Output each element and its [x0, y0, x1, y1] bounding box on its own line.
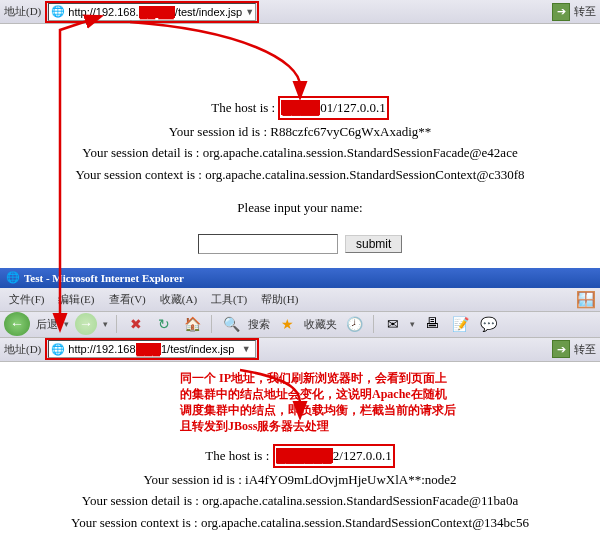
- menu-help[interactable]: 帮助(H): [256, 291, 303, 308]
- menu-tools[interactable]: 工具(T): [206, 291, 252, 308]
- menu-favorites[interactable]: 收藏(A): [155, 291, 202, 308]
- host-obscured: ████: [281, 100, 320, 115]
- history-button[interactable]: 🕗: [343, 313, 365, 335]
- back-label: 后退: [36, 317, 58, 332]
- separator: [373, 315, 374, 333]
- address-label: 地址(D): [4, 4, 41, 19]
- nav-toolbar: ← 后退 ▾ → ▾ ✖ ↻ 🏠 🔍 搜索 ★ 收藏夹 🕗 ✉ ▾ 🖶 📝 💬: [0, 312, 600, 338]
- host-label: The host is :: [211, 100, 278, 115]
- address-dropdown-icon[interactable]: ▼: [239, 344, 253, 354]
- session-context: org.apache.catalina.session.StandardSess…: [205, 167, 524, 182]
- url-text: http://192.168.██.██/test/index.jsp: [68, 6, 242, 18]
- separator: [116, 315, 117, 333]
- session-id: iA4fYO9mLdOvjmHjeUwXlA**:node2: [245, 472, 457, 487]
- back-dropdown-icon[interactable]: ▾: [64, 319, 69, 329]
- ie-icon: 🌐: [6, 271, 20, 284]
- session-context-label: Your session context is :: [75, 167, 205, 182]
- host-label: The host is :: [205, 448, 272, 463]
- refresh-button[interactable]: ↻: [153, 313, 175, 335]
- home-button[interactable]: 🏠: [181, 313, 203, 335]
- address-input[interactable]: 🌐 http://192.168███1/test/index.jsp ▼: [48, 340, 256, 358]
- input-prompt: Please input your name:: [20, 198, 580, 218]
- session-detail: org.apache.catalina.session.StandardSess…: [203, 145, 518, 160]
- address-label: 地址(D): [4, 342, 41, 357]
- name-input[interactable]: [198, 234, 338, 254]
- menu-file[interactable]: 文件(F): [4, 291, 49, 308]
- session-detail-label: Your session detail is :: [82, 145, 202, 160]
- submit-button[interactable]: submit: [345, 235, 402, 253]
- bottom-page-content: The host is : ██████2/127.0.0.1 Your ses…: [0, 436, 600, 542]
- session-detail: org.apache.catalina.session.StandardSess…: [202, 493, 518, 508]
- ie-page-icon: 🌐: [51, 5, 65, 19]
- host-suffix: 2/127.0.0.1: [333, 448, 392, 463]
- print-button[interactable]: 🖶: [421, 313, 443, 335]
- forward-button[interactable]: →: [75, 313, 97, 335]
- edit-button[interactable]: 📝: [449, 313, 471, 335]
- session-id: R88czfc67vyC6gWxAxadig**: [270, 124, 431, 139]
- annotation-text: 同一个 IP地址，我们刷新浏览器时，会看到页面上 的集群中的结点地址会变化，这说…: [0, 362, 600, 437]
- window-titlebar: 🌐 Test - Microsoft Internet Explorer: [0, 268, 600, 288]
- mail-dropdown-icon[interactable]: ▾: [410, 319, 415, 329]
- go-button[interactable]: ➔: [552, 3, 570, 21]
- ie-logo-icon: 🪟: [576, 290, 596, 309]
- menu-edit[interactable]: 编辑(E): [53, 291, 99, 308]
- menu-bar: 文件(F) 编辑(E) 查看(V) 收藏(A) 工具(T) 帮助(H) 🪟: [0, 288, 600, 312]
- top-address-bar: 地址(D) 🌐 http://192.168.██.██/test/index.…: [0, 0, 600, 24]
- window-title: Test - Microsoft Internet Explorer: [24, 272, 184, 284]
- mail-button[interactable]: ✉: [382, 313, 404, 335]
- fwd-dropdown-icon[interactable]: ▾: [103, 319, 108, 329]
- favorites-icon[interactable]: ★: [276, 313, 298, 335]
- separator: [211, 315, 212, 333]
- back-button[interactable]: ←: [4, 312, 30, 336]
- go-label: 转至: [574, 342, 596, 357]
- bottom-address-bar: 地址(D) 🌐 http://192.168███1/test/index.js…: [0, 338, 600, 362]
- discuss-button[interactable]: 💬: [477, 313, 499, 335]
- favorites-label: 收藏夹: [304, 317, 337, 332]
- host-suffix: 01/127.0.0.1: [320, 100, 385, 115]
- search-label: 搜索: [248, 317, 270, 332]
- ie-page-icon: 🌐: [51, 342, 65, 356]
- session-context: org.apache.catalina.session.StandardSess…: [201, 515, 529, 530]
- session-detail-label: Your session detail is :: [82, 493, 202, 508]
- host-obscured: ██████: [276, 448, 333, 463]
- session-context-label: Your session context is :: [71, 515, 201, 530]
- address-input[interactable]: 🌐 http://192.168.██.██/test/index.jsp ▼: [48, 3, 256, 21]
- stop-button[interactable]: ✖: [125, 313, 147, 335]
- session-id-label: Your session id is :: [143, 472, 245, 487]
- go-label: 转至: [574, 4, 596, 19]
- search-icon[interactable]: 🔍: [220, 313, 242, 335]
- go-button[interactable]: ➔: [552, 340, 570, 358]
- top-page-content: The host is : ████01/127.0.0.1 Your sess…: [0, 24, 600, 268]
- url-text: http://192.168███1/test/index.jsp: [68, 343, 236, 355]
- address-dropdown-icon[interactable]: ▼: [245, 7, 254, 17]
- menu-view[interactable]: 查看(V): [104, 291, 151, 308]
- session-id-label: Your session id is :: [169, 124, 271, 139]
